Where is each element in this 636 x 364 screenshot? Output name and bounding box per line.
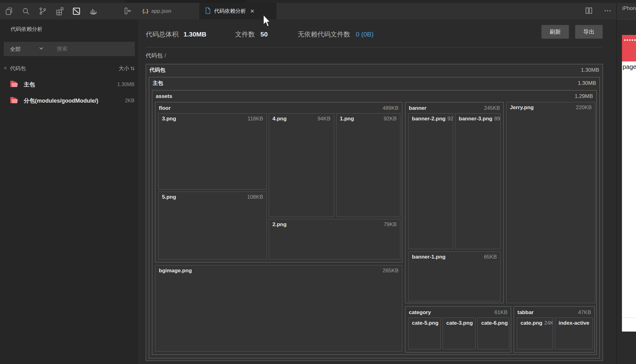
package-name: 分包(modules/goodModule/) — [24, 97, 98, 104]
split-editor-icon[interactable] — [585, 7, 593, 16]
chevron-down-icon[interactable] — [39, 46, 44, 52]
tab-label: app.json — [151, 8, 171, 14]
stats-row: 代码总体积 1.30MB 文件数 50 无依赖代码文件数 0 (0B) — [146, 27, 374, 41]
node-name: floor — [159, 105, 171, 111]
node-name: banner-2.png — [412, 116, 446, 122]
node-name: 1.png — [340, 116, 354, 122]
treemap-node-indexactive[interactable]: index-active — [555, 318, 593, 349]
treemap: 代码包1.30MB 主包1.30MB assets1.29MB floor489… — [146, 64, 603, 361]
stat-label-total-size: 代码总体积 — [146, 30, 179, 39]
docker-icon[interactable] — [89, 7, 98, 16]
stat-label-file-count: 文件数 — [235, 30, 255, 39]
simulator-page-text: page — [623, 63, 636, 70]
export-button[interactable]: 导出 — [575, 25, 603, 39]
search-icon[interactable] — [21, 7, 31, 16]
files-icon[interactable] — [4, 7, 14, 16]
node-name: banner — [409, 105, 427, 111]
sidebar-item-main-package[interactable]: 主包 1.30MB — [0, 77, 139, 92]
node-name: 5.png — [162, 194, 176, 200]
refresh-button[interactable]: 刷新 — [541, 25, 569, 39]
treemap-node-2png[interactable]: 2.png79KB — [269, 219, 400, 260]
breadcrumb-separator: / — [164, 52, 166, 59]
search-input[interactable] — [57, 46, 116, 52]
source-control-icon[interactable] — [38, 7, 47, 16]
sidebar: 代码依赖分析 全部 < 代码包 大小 主包 1.30MB — [0, 19, 139, 364]
folder-icon — [10, 80, 19, 89]
package-size: 2KB — [125, 98, 135, 104]
treemap-node-cate5[interactable]: cate-5.png — [408, 318, 441, 349]
node-size: 92KB — [384, 116, 397, 122]
simulator-statusbar — [622, 35, 636, 61]
treemap-node-catepng[interactable]: cate.png24K — [517, 318, 553, 349]
collapse-sidebar-icon[interactable] — [124, 7, 133, 16]
dependency-analysis-icon[interactable] — [72, 7, 81, 16]
node-size: 61KB — [494, 309, 507, 316]
treemap-node-1png[interactable]: 1.png92KB — [336, 113, 400, 217]
filter-bar: 全部 — [4, 42, 135, 56]
node-name: Jerry.png — [510, 104, 534, 111]
header-divider — [146, 47, 602, 47]
treemap-node-jerry[interactable]: Jerry.png220KB — [506, 102, 595, 303]
package-root-label[interactable]: 代码包 — [10, 65, 26, 72]
document-icon — [205, 7, 211, 15]
treemap-node-5png[interactable]: 5.png108KB — [158, 192, 267, 260]
menubar-shadow — [125, 0, 247, 3]
extensions-icon[interactable] — [55, 7, 64, 16]
tab-dependency-analysis[interactable]: 代码依赖分析 × — [199, 3, 276, 19]
node-name: cate.png — [521, 320, 542, 326]
treemap-node-3png[interactable]: 3.png118KB — [158, 113, 267, 190]
wechat-devtools-window: {..} app.json 代码依赖分析 × iPhone 代码依赖分析 全部 — [0, 0, 636, 364]
node-size: 1.30MB — [581, 67, 599, 73]
node-name: assets — [156, 93, 172, 99]
stat-value-total-size: 1.30MB — [183, 31, 207, 38]
right-panel-divider — [617, 19, 636, 20]
package-name: 主包 — [24, 81, 35, 88]
node-size: 1.30MB — [578, 80, 596, 86]
treemap-node-banner3[interactable]: banner-3.png89 — [455, 113, 501, 249]
node-name: category — [409, 309, 431, 316]
node-size: 24K — [544, 320, 553, 326]
filter-dropdown[interactable]: 全部 — [10, 46, 21, 53]
node-size: 94KB — [317, 116, 330, 122]
treemap-node-cate3[interactable]: cate-3.png — [443, 318, 476, 349]
tab-label: 代码依赖分析 — [214, 7, 246, 15]
treemap-node-banner1[interactable]: banner-1.png65KB — [408, 251, 501, 301]
signal-dots — [624, 39, 636, 41]
node-size: 79KB — [384, 221, 397, 228]
activity-bar — [0, 3, 98, 19]
breadcrumb[interactable]: 代码包/ — [146, 52, 166, 59]
treemap-node-banner2[interactable]: banner-2.png92 — [408, 113, 453, 249]
simulator-device-label[interactable]: iPhone — [622, 5, 636, 12]
package-size: 1.30MB — [117, 82, 135, 87]
node-name: index-active — [559, 320, 589, 326]
treemap-node-cate6[interactable]: cate-6.png — [477, 318, 509, 349]
node-name: cate-3.png — [446, 320, 473, 326]
stat-value-no-dep-files[interactable]: 0 (0B) — [356, 31, 374, 38]
node-name: 3.png — [162, 116, 176, 122]
folder-icon — [10, 96, 19, 105]
close-tab-icon[interactable]: × — [250, 8, 254, 15]
sidebar-item-sub-package[interactable]: 分包(modules/goodModule/) 2KB — [0, 93, 139, 109]
simulator-screen[interactable]: page — [622, 61, 636, 332]
node-name: 2.png — [272, 221, 286, 228]
node-name: 代码包 — [149, 66, 165, 74]
menubar-remnant — [0, 0, 636, 3]
tab-app-json[interactable]: {..} app.json — [137, 3, 199, 19]
node-size: 489KB — [383, 105, 399, 111]
more-actions-icon[interactable] — [604, 7, 612, 16]
breadcrumb-path[interactable]: 代码包 — [146, 52, 163, 59]
node-size: 245KB — [484, 105, 500, 111]
treemap-node-4png[interactable]: 4.png94KB — [269, 113, 334, 217]
node-name: tabbar — [517, 309, 534, 316]
package-list-header: < 代码包 大小 — [4, 63, 135, 74]
sort-by-size[interactable]: 大小 — [119, 65, 135, 72]
treemap-node-bgimage[interactable]: bgimage.png265KB — [155, 265, 402, 352]
simulator-tabbar-divider — [622, 318, 636, 318]
node-size: 47KB — [578, 309, 591, 316]
stat-label-no-dep-files: 无依赖代码文件数 — [298, 30, 350, 39]
sort-arrows-icon — [130, 66, 135, 71]
node-size: 220KB — [576, 104, 592, 111]
node-size: 92 — [448, 116, 453, 122]
back-chevron-icon[interactable]: < — [4, 65, 7, 71]
sidebar-title: 代码依赖分析 — [11, 26, 42, 33]
